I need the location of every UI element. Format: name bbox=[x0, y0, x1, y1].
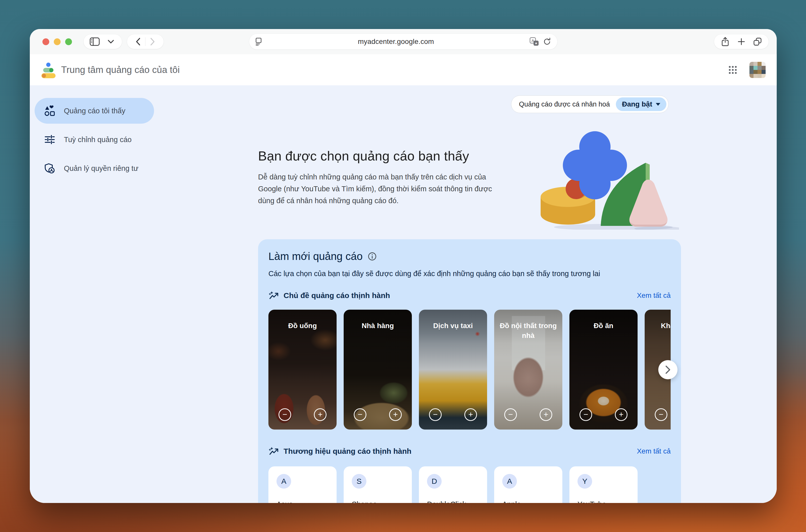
topic-remove-button[interactable]: − bbox=[655, 408, 668, 421]
topic-card-food[interactable]: Đồ ăn − + bbox=[569, 310, 638, 430]
topic-card-taxi[interactable]: Dịch vụ taxi − + bbox=[419, 310, 487, 430]
share-button[interactable] bbox=[720, 36, 731, 48]
topic-label: Khách sạn bbox=[645, 321, 671, 330]
reload-icon bbox=[543, 37, 551, 46]
traffic-lights bbox=[42, 38, 72, 45]
topic-remove-button[interactable]: − bbox=[279, 408, 291, 421]
topic-label: Nhà hàng bbox=[344, 321, 412, 330]
sidebar-icon bbox=[90, 37, 100, 46]
topic-card-furniture[interactable]: Đồ nội thất trong nhà − + bbox=[494, 310, 562, 430]
chevron-right-icon bbox=[150, 38, 155, 46]
browser-window: myadcenter.google.com A ★ bbox=[30, 29, 777, 503]
brand-card-youtube[interactable]: Y YouTube bbox=[569, 467, 638, 503]
topics-see-all-link[interactable]: Xem tất cả bbox=[637, 291, 671, 300]
page-content: Quảng cáo tôi thấy Tuỳ chỉnh quảng cáo bbox=[30, 85, 777, 503]
sidebar-menu-button[interactable] bbox=[105, 36, 116, 48]
svg-text:★: ★ bbox=[535, 41, 538, 45]
google-apps-button[interactable] bbox=[727, 64, 738, 76]
back-button[interactable] bbox=[133, 36, 144, 48]
reload-button[interactable] bbox=[543, 36, 552, 48]
topic-add-button[interactable]: + bbox=[314, 408, 326, 421]
brand-name: Asus bbox=[277, 500, 329, 503]
trending-topics-header: Chủ đề quảng cáo thịnh hành Xem tất cả bbox=[268, 290, 671, 301]
hero-illustration bbox=[538, 129, 679, 230]
avatar[interactable] bbox=[749, 62, 766, 78]
address-bar[interactable]: myadcenter.google.com A ★ bbox=[249, 34, 557, 50]
trending-icon bbox=[268, 446, 279, 456]
tune-icon bbox=[44, 134, 55, 145]
topic-add-button[interactable]: + bbox=[389, 408, 402, 421]
translate-icon[interactable]: A ★ bbox=[529, 37, 539, 46]
info-icon[interactable] bbox=[368, 252, 377, 261]
hero-section: Bạn được chọn quảng cáo bạn thấy Dễ dàng… bbox=[258, 148, 681, 222]
brand-card-shopee[interactable]: S Shopee bbox=[344, 467, 412, 503]
dropdown-caret-icon bbox=[656, 103, 660, 106]
sidebar-item-my-ads[interactable]: Quảng cáo tôi thấy bbox=[35, 98, 154, 124]
brand-initial-badge: D bbox=[427, 474, 442, 489]
topic-add-button[interactable]: + bbox=[464, 408, 477, 421]
personalized-ads-status-dropdown[interactable]: Đang bật bbox=[616, 97, 667, 111]
chevron-right-icon bbox=[664, 365, 671, 375]
topic-label: Đồ uống bbox=[268, 321, 337, 330]
brands-row: A Asus S Shopee D DoubleClick A Apple bbox=[268, 467, 671, 503]
personalized-ads-label: Quảng cáo được cá nhân hoá bbox=[519, 100, 610, 108]
browser-toolbar: myadcenter.google.com A ★ bbox=[30, 29, 777, 54]
tabs-icon bbox=[753, 37, 762, 46]
url-text[interactable]: myadcenter.google.com bbox=[262, 38, 529, 46]
topic-remove-button[interactable]: − bbox=[580, 408, 592, 421]
tab-overview-button[interactable] bbox=[752, 36, 763, 48]
topic-label: Đồ nội thất trong nhà bbox=[494, 321, 562, 340]
hero-description: Dễ dàng tuỳ chỉnh những quảng cáo mà bạn… bbox=[258, 171, 507, 207]
divider bbox=[145, 37, 146, 46]
brand-card-apple[interactable]: A Apple bbox=[494, 467, 562, 503]
app-header: Trung tâm quảng cáo của tôi bbox=[30, 54, 777, 85]
brand-name: Apple bbox=[502, 500, 554, 503]
topic-remove-button[interactable]: − bbox=[504, 408, 517, 421]
status-text: Đang bật bbox=[622, 100, 652, 108]
forward-button[interactable] bbox=[147, 36, 158, 48]
brand-initial-badge: A bbox=[502, 474, 517, 489]
topic-card-drinks[interactable]: Đồ uống − + bbox=[268, 310, 337, 430]
topic-label: Dịch vụ taxi bbox=[419, 321, 487, 330]
sidebar-item-privacy[interactable]: Quản lý quyền riêng tư bbox=[35, 155, 154, 181]
refresh-ads-card: Làm mới quảng cáo Các lựa chọn của bạn t… bbox=[258, 239, 681, 503]
my-ad-center-logo bbox=[41, 62, 56, 77]
chevron-left-icon bbox=[136, 38, 140, 46]
sidebar-item-label: Tuỳ chỉnh quảng cáo bbox=[64, 135, 132, 144]
topics-carousel: Đồ uống − + Nhà hàng − + bbox=[268, 310, 671, 430]
sidebar-item-label: Quảng cáo tôi thấy bbox=[64, 107, 125, 115]
sidebar-item-label: Quản lý quyền riêng tư bbox=[64, 164, 138, 173]
ads-shapes-icon bbox=[44, 105, 55, 116]
close-window-button[interactable] bbox=[42, 38, 49, 45]
topic-add-button[interactable]: + bbox=[615, 408, 627, 421]
chevron-down-icon bbox=[108, 40, 114, 44]
minimize-window-button[interactable] bbox=[54, 38, 61, 45]
trending-brands-title: Thương hiệu quảng cáo thịnh hành bbox=[284, 447, 411, 456]
carousel-next-button[interactable] bbox=[658, 360, 677, 379]
toggle-sidebar-button[interactable] bbox=[89, 36, 100, 48]
topic-remove-button[interactable]: − bbox=[429, 408, 442, 421]
sidebar-controls bbox=[83, 34, 122, 49]
privacy-shield-icon bbox=[44, 163, 55, 174]
plus-icon bbox=[737, 38, 745, 45]
trending-topics-title: Chủ đề quảng cáo thịnh hành bbox=[284, 291, 390, 300]
trending-icon bbox=[268, 290, 279, 301]
sidebar-item-customize-ads[interactable]: Tuỳ chỉnh quảng cáo bbox=[35, 127, 154, 152]
main-column: Quảng cáo được cá nhân hoá Đang bật Bạn … bbox=[258, 85, 681, 503]
personalized-ads-control[interactable]: Quảng cáo được cá nhân hoá Đang bật bbox=[511, 95, 669, 113]
apps-grid-icon bbox=[728, 64, 738, 75]
brand-name: YouTube bbox=[578, 500, 630, 503]
brand-card-doubleclick[interactable]: D DoubleClick bbox=[419, 467, 487, 503]
topic-add-button[interactable]: + bbox=[540, 408, 552, 421]
topic-remove-button[interactable]: − bbox=[354, 408, 367, 421]
topic-card-restaurants[interactable]: Nhà hàng − + bbox=[344, 310, 412, 430]
brand-card-asus[interactable]: A Asus bbox=[268, 467, 337, 503]
page-title: Trung tâm quảng cáo của tôi bbox=[61, 64, 180, 75]
brands-see-all-link[interactable]: Xem tất cả bbox=[637, 447, 671, 455]
reader-icon[interactable] bbox=[255, 37, 262, 46]
refresh-card-title: Làm mới quảng cáo bbox=[268, 250, 362, 263]
fullscreen-window-button[interactable] bbox=[65, 38, 72, 45]
trending-brands-header: Thương hiệu quảng cáo thịnh hành Xem tất… bbox=[268, 446, 671, 456]
topic-label: Đồ ăn bbox=[569, 321, 638, 330]
new-tab-button[interactable] bbox=[736, 36, 747, 48]
